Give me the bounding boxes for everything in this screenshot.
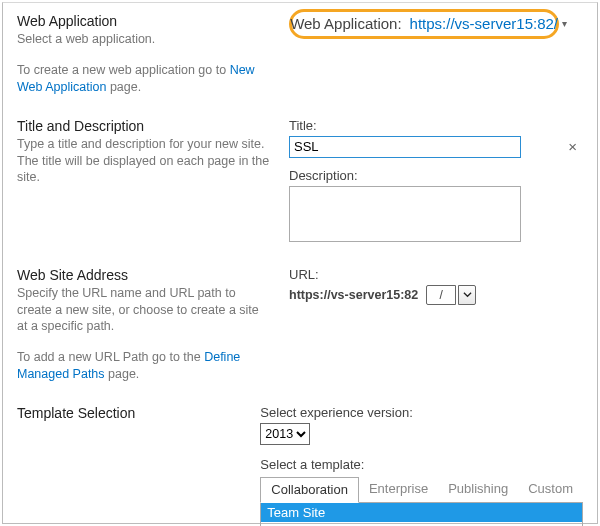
title-field-label: Title: <box>289 118 583 133</box>
webapp-help-text: To create a new web application go to Ne… <box>17 62 271 96</box>
tab-collaboration[interactable]: Collaboration <box>260 477 359 503</box>
web-application-picker-value: https://vs-server15:82/ <box>410 15 558 32</box>
experience-version-label: Select experience version: <box>260 405 583 420</box>
url-path-dropdown-button[interactable] <box>458 285 476 305</box>
section-desc-address: Specify the URL name and URL path to cre… <box>17 285 271 336</box>
web-application-picker-link[interactable]: https://vs-server15:82/ ▾ <box>410 15 567 32</box>
description-input[interactable] <box>289 186 521 242</box>
address-help-suffix: page. <box>105 367 140 381</box>
webapp-help-prefix: To create a new web application go to <box>17 63 230 77</box>
chevron-down-icon <box>463 290 472 299</box>
tab-enterprise[interactable]: Enterprise <box>359 477 438 503</box>
tab-publishing[interactable]: Publishing <box>438 477 518 503</box>
clear-icon[interactable]: × <box>568 138 577 155</box>
section-title-template: Template Selection <box>17 405 242 421</box>
title-input[interactable] <box>289 136 521 158</box>
tab-custom[interactable]: Custom <box>518 477 583 503</box>
select-template-label: Select a template: <box>260 457 583 472</box>
web-application-picker-label: Web Application: <box>290 15 401 32</box>
address-help-text: To add a new URL Path go to the Define M… <box>17 349 271 383</box>
section-title-webapp: Web Application <box>17 13 271 29</box>
address-help-prefix: To add a new URL Path go to the <box>17 350 204 364</box>
url-path-value: / <box>426 285 456 305</box>
section-desc-webapp: Select a web application. <box>17 31 271 48</box>
chevron-down-icon: ▾ <box>562 18 567 29</box>
section-title-titledesc: Title and Description <box>17 118 271 134</box>
template-item[interactable]: Blog <box>261 522 582 526</box>
description-field-label: Description: <box>289 168 583 183</box>
url-field-label: URL: <box>289 267 583 282</box>
section-desc-titledesc: Type a title and description for your ne… <box>17 136 271 187</box>
webapp-help-suffix: page. <box>106 80 141 94</box>
template-item[interactable]: Team Site <box>261 503 582 522</box>
experience-version-select[interactable]: 2013 <box>260 423 310 445</box>
url-base-text: https://vs-server15:82 <box>289 288 418 302</box>
section-title-address: Web Site Address <box>17 267 271 283</box>
web-application-picker[interactable]: Web Application: https://vs-server15:82/… <box>290 15 567 32</box>
